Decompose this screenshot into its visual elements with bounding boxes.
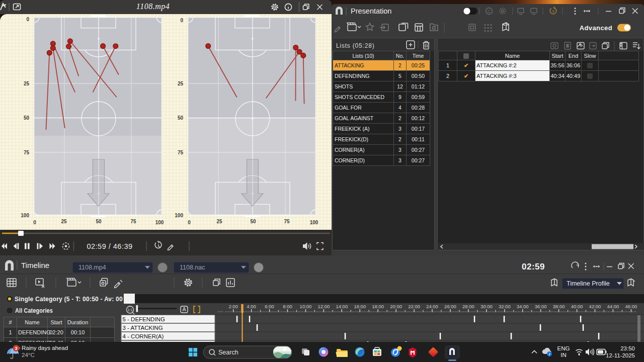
svg-text:25: 25 xyxy=(216,219,222,224)
svg-text:42:00: 42:00 xyxy=(589,304,601,309)
svg-text:50: 50 xyxy=(24,115,30,121)
svg-text:A: A xyxy=(183,307,186,312)
svg-text:36:00: 36:00 xyxy=(535,304,547,309)
svg-text:12:00: 12:00 xyxy=(318,304,330,309)
svg-text:50: 50 xyxy=(178,115,184,121)
svg-text:1108.nac: 1108.nac xyxy=(180,264,205,271)
svg-text:100: 100 xyxy=(155,220,164,225)
svg-text:24°C: 24°C xyxy=(22,352,35,358)
svg-text:14:00: 14:00 xyxy=(336,304,348,309)
svg-text:Timeline: Timeline xyxy=(21,261,49,269)
svg-text:1:1: 1:1 xyxy=(128,308,133,312)
svg-text:20:00: 20:00 xyxy=(390,304,402,309)
svg-text:4:00: 4:00 xyxy=(247,304,256,309)
svg-text:40:00: 40:00 xyxy=(571,304,583,309)
svg-text:02:59 / 46:39: 02:59 / 46:39 xyxy=(87,242,132,250)
svg-text:10:00: 10:00 xyxy=(300,304,312,309)
svg-text:0: 0 xyxy=(33,220,36,225)
svg-text:0: 0 xyxy=(180,18,183,23)
svg-text:44:00: 44:00 xyxy=(607,304,619,309)
svg-text:ENG: ENG xyxy=(557,345,570,351)
svg-text:4 - CORNER(A): 4 - CORNER(A) xyxy=(123,333,164,339)
svg-text:0: 0 xyxy=(188,220,191,225)
svg-text:12-11-2025: 12-11-2025 xyxy=(606,352,635,358)
svg-text:25: 25 xyxy=(24,81,30,86)
svg-text:25: 25 xyxy=(178,81,184,86)
svg-text:16:00: 16:00 xyxy=(354,304,366,309)
svg-text:18:00: 18:00 xyxy=(372,304,384,309)
svg-text:Presentation: Presentation xyxy=(351,7,391,15)
svg-text:46:00: 46:00 xyxy=(625,304,637,309)
svg-text:75: 75 xyxy=(24,150,30,155)
svg-text:38:00: 38:00 xyxy=(553,304,565,309)
svg-text:Advanced: Advanced xyxy=(580,24,612,32)
svg-text:24:00: 24:00 xyxy=(426,304,438,309)
svg-text:9: 9 xyxy=(552,9,555,14)
svg-text:100: 100 xyxy=(21,213,29,218)
svg-text:34:00: 34:00 xyxy=(517,304,529,309)
svg-text:5 - DEFENDING: 5 - DEFENDING xyxy=(123,316,165,322)
svg-text:Rainy days ahead: Rainy days ahead xyxy=(22,345,68,351)
svg-text:6:00: 6:00 xyxy=(265,304,274,309)
svg-text:0: 0 xyxy=(26,17,29,22)
svg-text:100: 100 xyxy=(175,213,183,218)
svg-text:IN: IN xyxy=(560,352,567,358)
svg-text:23:50: 23:50 xyxy=(620,345,635,351)
svg-text:75: 75 xyxy=(130,219,136,224)
svg-text:3: 3 xyxy=(15,346,17,351)
svg-text:02:59: 02:59 xyxy=(522,262,545,272)
svg-text:100: 100 xyxy=(310,220,318,225)
svg-text:25: 25 xyxy=(61,219,67,224)
svg-text:22:00: 22:00 xyxy=(408,304,420,309)
svg-text:Timeline Profile: Timeline Profile xyxy=(567,280,610,287)
svg-text:8:00: 8:00 xyxy=(283,304,292,309)
svg-text:75: 75 xyxy=(178,150,184,155)
svg-text:28:00: 28:00 xyxy=(462,304,474,309)
svg-text:3 - ATTACKING: 3 - ATTACKING xyxy=(123,325,163,331)
svg-text:26:00: 26:00 xyxy=(444,304,456,309)
svg-text:Search: Search xyxy=(218,349,238,356)
svg-text:32:00: 32:00 xyxy=(499,304,511,309)
svg-text:1108.mp4: 1108.mp4 xyxy=(78,264,106,271)
svg-text:C: C xyxy=(488,9,491,14)
svg-text:75: 75 xyxy=(284,219,290,224)
svg-text:30:00: 30:00 xyxy=(480,304,493,309)
svg-text:50: 50 xyxy=(96,219,102,224)
svg-text:50: 50 xyxy=(250,219,256,224)
svg-text:2:00: 2:00 xyxy=(228,304,238,309)
